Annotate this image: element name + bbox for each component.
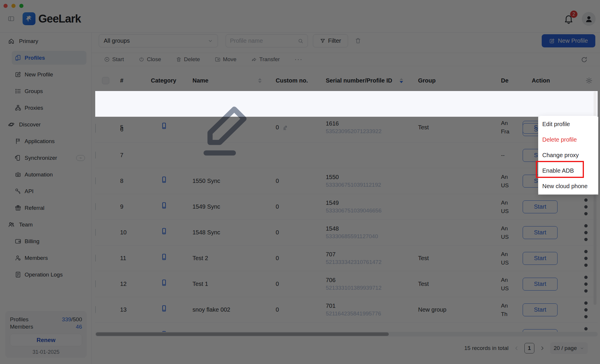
refresh-icon[interactable] xyxy=(581,56,588,63)
row-checkbox[interactable] xyxy=(95,203,96,210)
filter-button[interactable]: Filter xyxy=(313,34,348,47)
device-cell: AnUS xyxy=(495,276,519,293)
serial-cell: 1549533306751039046656 xyxy=(319,200,410,214)
serial-cell: 154853330685591127040 xyxy=(319,225,410,240)
device-cell: AnTh xyxy=(495,301,519,318)
start-button[interactable]: Start xyxy=(523,278,558,291)
phone-icon xyxy=(161,202,168,209)
row-number: 10 xyxy=(116,229,144,236)
custom-no-cell: 0 xyxy=(265,229,319,236)
cloud-phone-icon xyxy=(161,253,168,263)
column-settings-gear-icon[interactable] xyxy=(585,77,593,84)
menu-item-delete-profile[interactable]: Delete profile xyxy=(538,132,598,147)
usage-members-label: Members xyxy=(10,323,33,330)
new-profile-button[interactable]: New Profile xyxy=(542,34,595,47)
custom-no-cell: 0 xyxy=(265,203,319,210)
horizontal-scrollbar[interactable] xyxy=(95,332,598,336)
sidebar-item-members[interactable]: Members xyxy=(0,250,91,266)
device-cell: AnUS xyxy=(495,224,519,241)
page-size-select[interactable]: 20 / page xyxy=(550,342,588,354)
sort-name-icon[interactable] xyxy=(258,78,262,83)
start-action-button[interactable]: Start xyxy=(104,56,124,63)
sidebar-item-operation-logs[interactable]: Operation Logs xyxy=(0,266,91,283)
sidebar-item-proxies[interactable]: Proxies xyxy=(0,99,91,116)
filter-label: Filter xyxy=(328,37,341,44)
col-header-name[interactable]: Name xyxy=(185,70,265,91)
sidebar-section-discover[interactable]: Discover xyxy=(0,116,91,133)
col-header-custom: Custom no. xyxy=(265,70,319,91)
sidebar-item-billing[interactable]: Billing xyxy=(0,233,91,250)
col-header-serial[interactable]: Serial number/Profile ID xyxy=(319,70,410,91)
start-button[interactable]: Start xyxy=(523,303,558,316)
cloud-phone-icon xyxy=(161,176,168,186)
zoom-window-button[interactable] xyxy=(19,4,23,8)
chevron-up-icon xyxy=(8,39,13,44)
sort-serial-icon[interactable] xyxy=(400,78,403,83)
start-button[interactable]: Start xyxy=(523,200,558,213)
sidebar-item-profiles[interactable]: Profiles xyxy=(0,49,91,66)
current-page-button[interactable]: 1 xyxy=(524,343,534,353)
row-more-menu-icon[interactable] xyxy=(574,324,598,332)
table-row-11: 11Test 20707521333342310761472TestAnUSSt… xyxy=(95,245,598,271)
close-window-button[interactable] xyxy=(4,4,8,8)
table-body: 501616535230952071233922TestAnFraStart6-… xyxy=(95,91,598,332)
sidebar-section-primary[interactable]: Primary xyxy=(0,33,91,49)
prev-page-icon[interactable] xyxy=(514,346,519,351)
notifications-button[interactable]: 2 xyxy=(563,13,575,25)
device-cell: AnUS xyxy=(495,173,519,190)
row-checkbox[interactable] xyxy=(95,152,96,159)
sidebar-item-automation[interactable]: Automation xyxy=(0,166,91,183)
table-row-13: 13snoy flake 0020701521164235841995776Ne… xyxy=(95,297,598,323)
sidebar-item-synchronizer[interactable]: Synchronizer~ xyxy=(0,150,91,166)
group-filter-select[interactable]: All groups xyxy=(99,34,218,47)
edit-name-icon[interactable] xyxy=(192,91,265,164)
sidebar-item-api[interactable]: API xyxy=(0,183,91,200)
row-checkbox[interactable] xyxy=(95,280,96,287)
row-checkbox[interactable] xyxy=(95,229,96,236)
row-checkbox[interactable] xyxy=(95,306,96,313)
close-action-button[interactable]: Close xyxy=(139,56,161,63)
edit-custom-no-icon[interactable] xyxy=(282,124,289,131)
custom-no-cell: 0 xyxy=(265,281,319,287)
sidebar-item-new-profile[interactable]: New Profile xyxy=(0,66,91,83)
minimize-window-button[interactable] xyxy=(11,4,16,8)
menu-item-edit-profile[interactable]: Edit profile xyxy=(538,116,598,132)
group-cell: New group xyxy=(410,306,495,313)
serial-cell: 706521333101389939712 xyxy=(319,277,410,291)
profiles-icon xyxy=(15,54,21,61)
user-avatar[interactable] xyxy=(582,12,596,26)
menu-item-new-cloud-phone[interactable]: New cloud phone xyxy=(538,178,598,194)
sidebar-item-groups[interactable]: Groups xyxy=(0,83,91,99)
move-action-button[interactable]: Move xyxy=(215,56,236,63)
delete-action-button[interactable]: Delete xyxy=(176,56,200,63)
more-actions-button[interactable]: ··· xyxy=(294,56,303,63)
horizontal-scrollbar-thumb[interactable] xyxy=(96,332,389,336)
profile-id: 533306751039046656 xyxy=(326,207,410,214)
row-checkbox[interactable] xyxy=(95,177,96,184)
transfer-action-button[interactable]: Transfer xyxy=(251,56,280,63)
members-icon xyxy=(15,255,21,261)
select-all-checkbox[interactable] xyxy=(102,77,109,84)
play-icon xyxy=(104,56,110,62)
start-button[interactable]: Start xyxy=(523,226,558,239)
menu-item-change-proxy[interactable]: Change proxy xyxy=(538,147,598,163)
row-context-menu: Edit profileDelete profileChange proxyEn… xyxy=(538,116,598,194)
custom-no-cell: 0 xyxy=(265,178,319,184)
row-checkbox[interactable] xyxy=(95,126,96,133)
sidebar-item-applications[interactable]: Applications xyxy=(0,133,91,150)
app-title: GeeLark xyxy=(38,13,81,25)
col-header-category: Category xyxy=(144,70,185,91)
start-button[interactable]: Start xyxy=(523,252,558,265)
clear-filter-icon[interactable] xyxy=(354,37,362,44)
profile-name-search-input[interactable]: Profile name xyxy=(226,34,308,47)
row-checkbox[interactable] xyxy=(95,255,96,262)
renew-button[interactable]: Renew xyxy=(10,334,82,346)
profile-id: 533306751039112192 xyxy=(326,182,410,188)
next-page-icon[interactable] xyxy=(540,346,545,351)
sidebar-item-referral[interactable]: Referral xyxy=(0,200,91,216)
menu-item-enable-adb[interactable]: Enable ADB xyxy=(538,163,598,178)
sidebar-toggle-icon[interactable] xyxy=(8,15,15,22)
usage-members-value: 46 xyxy=(76,323,82,330)
row-checkbox[interactable] xyxy=(95,332,96,332)
sidebar-section-team[interactable]: Team xyxy=(0,216,91,233)
